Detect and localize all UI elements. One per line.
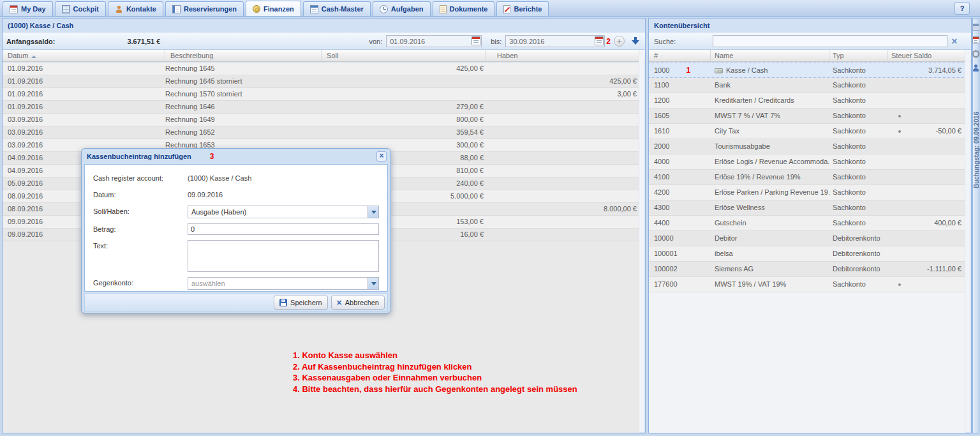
ledger-scrollbar[interactable] <box>639 50 644 432</box>
person-icon[interactable] <box>972 64 979 71</box>
cell-account-typ: Sachkonto <box>829 139 888 154</box>
cell-account-nr: 1610 <box>649 124 711 139</box>
add-entry-button[interactable] <box>614 36 625 47</box>
search-input[interactable] <box>713 35 947 47</box>
panel-icon[interactable] <box>972 24 979 31</box>
column-header-datum[interactable]: Datum <box>3 50 165 61</box>
instruction-line-3: 3. Kassenausgaben oder Einnahmen verbuch… <box>293 372 577 384</box>
account-row[interactable]: 1610 City Tax Sachkonto -50,00 € <box>649 124 965 139</box>
column-header-nr[interactable]: # <box>649 50 711 61</box>
cell-account-nr: 4100 <box>649 170 711 184</box>
ledger-row[interactable]: 03.09.2016 Rechnung 1652 359,54 € <box>3 126 639 139</box>
tab[interactable]: Finanzen <box>246 1 301 16</box>
account-row[interactable]: 1100 Bank Sachkonto <box>649 78 965 93</box>
cell-account-nr: 1100 <box>649 78 711 93</box>
gegenkonto-label: Gegenkonto: <box>93 277 188 289</box>
cell-beschreibung: Rechnung 1570 storniert <box>165 88 322 100</box>
column-header-typ[interactable]: Typ <box>829 50 888 61</box>
calendar-icon[interactable] <box>972 36 979 43</box>
account-row[interactable]: 1605 MWST 7 % / VAT 7% Sachkonto <box>649 109 965 124</box>
gegenkonto-select[interactable]: auswählen <box>188 277 379 290</box>
cell-haben <box>486 114 639 126</box>
column-header-saldo[interactable]: Saldo <box>910 50 971 61</box>
cell-account-name: MWST 7 % / VAT 7% <box>711 109 829 123</box>
tab[interactable]: Aufgaben <box>373 1 431 16</box>
accounts-grid-header: # Name Typ Steuer Saldo <box>649 50 971 62</box>
tab[interactable]: Berichte <box>496 1 549 16</box>
annotation-step-2: 2 <box>606 37 611 46</box>
betrag-input[interactable] <box>188 223 379 235</box>
cell-datum: 03.09.2016 <box>3 114 165 126</box>
cockpit-icon <box>62 5 70 13</box>
reservierungen-icon <box>172 5 181 13</box>
ledger-row[interactable]: 01.09.2016 Rechnung 1645 425,00 € <box>3 63 639 75</box>
column-header-haben[interactable]: Haben <box>486 50 645 61</box>
cell-account-typ: Sachkonto <box>829 216 888 230</box>
sollhaben-selected-value: Ausgabe (Haben) <box>191 208 246 216</box>
ledger-row[interactable]: 01.09.2016 Rechnung 1570 storniert 3,00 … <box>3 88 639 101</box>
help-button[interactable]: ? <box>954 2 970 15</box>
cell-datum: 03.09.2016 <box>3 126 165 139</box>
ledger-row[interactable]: 01.09.2016 Rechnung 1646 279,00 € <box>3 101 639 114</box>
cell-datum: 01.09.2016 <box>3 75 165 87</box>
cell-account-name: Kreditkarten / Creditcards <box>711 93 829 108</box>
download-arrow-button[interactable] <box>630 36 641 47</box>
collapsed-side-panel[interactable]: Buchungstag: 09.09.2016 <box>972 18 979 433</box>
cell-account-nr: 1200 <box>649 93 711 108</box>
steuer-dot-icon <box>898 130 901 133</box>
account-row[interactable]: 10001 Kasse / Cash Sachkonto 3.714,05 € <box>649 63 965 78</box>
cell-soll: 359,54 € <box>322 126 486 139</box>
dialog-title: Kassenbucheintrag hinzufügen 3 × <box>84 149 388 164</box>
account-row[interactable]: 1200 Kreditkarten / Creditcards Sachkont… <box>649 93 965 109</box>
betrag-label: Betrag: <box>93 223 188 235</box>
account-row[interactable]: 2000 Tourismusabgabe Sachkonto <box>649 139 965 154</box>
tab[interactable]: Cockpit <box>55 1 106 16</box>
cell-account-steuer <box>888 154 910 169</box>
column-header-soll[interactable]: Soll <box>322 50 486 61</box>
von-date-input[interactable] <box>386 35 482 47</box>
save-button[interactable]: Speichern <box>274 296 328 310</box>
calendar-icon[interactable] <box>471 36 480 45</box>
account-row[interactable]: 4300 Erlöse Wellness Sachkonto <box>649 200 965 216</box>
sollhaben-select[interactable]: Ausgabe (Haben) <box>188 206 379 218</box>
column-header-name[interactable]: Name <box>711 50 829 61</box>
account-row[interactable]: 10000 Debitor Debitorenkonto <box>649 231 965 246</box>
chevron-down-icon[interactable] <box>368 206 378 218</box>
tab[interactable]: Cash-Master <box>303 1 371 16</box>
account-row[interactable]: 4400 Gutschein Sachkonto 400,00 € <box>649 216 965 231</box>
ledger-row[interactable]: 01.09.2016 Rechnung 1645 storniert 425,0… <box>3 75 639 88</box>
close-icon[interactable]: × <box>376 151 387 162</box>
accounts-scrollbar[interactable] <box>965 50 970 432</box>
cell-account-typ: Sachkonto <box>829 124 888 139</box>
cell-account-saldo: -1.111,00 € <box>910 262 965 276</box>
tab[interactable]: Reservierungen <box>165 1 244 16</box>
buchungstag-rotated-label: Buchungstag: 09.09.2016 <box>973 112 980 188</box>
tab[interactable]: My Day <box>3 1 53 16</box>
tab[interactable]: Dokumente <box>433 1 495 16</box>
account-row[interactable]: 177600 MWST 19% / VAT 19% Sachkonto <box>649 277 965 292</box>
tab[interactable]: Kontakte <box>108 1 163 16</box>
cell-account-saldo: 400,00 € <box>910 216 965 230</box>
cell-account-steuer <box>888 185 910 200</box>
column-header-beschreibung[interactable]: Beschreibung <box>165 50 322 61</box>
cancel-button[interactable]: × Abbrechen <box>331 296 385 310</box>
cell-account-nr: 177600 <box>649 277 711 292</box>
clear-search-icon[interactable]: × <box>951 36 957 47</box>
bis-date-input[interactable] <box>505 35 605 47</box>
tab-label: Aufgaben <box>391 5 424 13</box>
cell-haben: 3,00 € <box>486 88 639 100</box>
text-textarea[interactable] <box>188 240 379 272</box>
account-row[interactable]: 100001 ibelsa Debitorenkonto <box>649 246 965 262</box>
column-header-steuer[interactable]: Steuer <box>888 50 910 61</box>
anfangssaldo-value: 3.671,51 € <box>55 38 160 45</box>
ledger-row[interactable]: 03.09.2016 Rechnung 1649 800,00 € <box>3 114 639 126</box>
account-row[interactable]: 4000 Erlöse Logis / Revenue Accommoda...… <box>649 154 965 170</box>
chevron-down-icon[interactable] <box>368 278 378 289</box>
calendar-icon[interactable] <box>595 36 604 45</box>
account-row[interactable]: 100002 Siemens AG Debitorenkonto -1.111,… <box>649 262 965 277</box>
account-row[interactable]: 4100 Erlöse 19% / Revenue 19% Sachkonto <box>649 170 965 185</box>
account-row[interactable]: 4200 Erlöse Parken / Parking Revenue 19.… <box>649 185 965 200</box>
kontakte-icon <box>115 5 123 13</box>
gear-icon[interactable] <box>972 50 979 57</box>
instruction-line-1: 1. Konto Kasse auswählen <box>293 350 577 361</box>
